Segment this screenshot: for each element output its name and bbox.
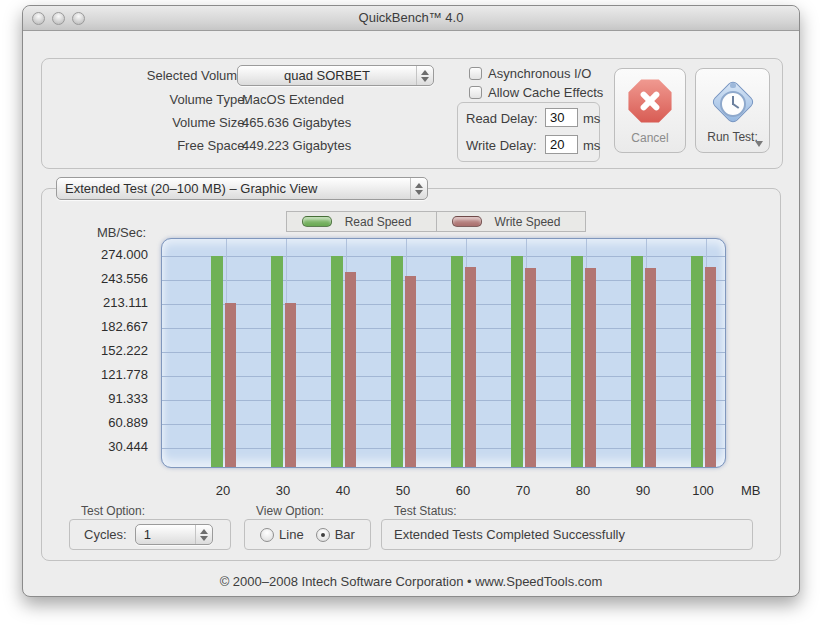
read-speed-bar-30	[271, 256, 283, 467]
volume-type-value: MacOS Extended	[242, 92, 344, 107]
write-speed-bar-100	[705, 267, 716, 467]
run-test-button[interactable]: Run Test:	[695, 68, 770, 153]
test-status-label: Test Status:	[394, 504, 457, 518]
legend-read-speed: Read Speed	[287, 212, 436, 231]
title-bar[interactable]: QuickBench™ 4.0	[23, 6, 799, 31]
write-speed-bar-70	[525, 268, 536, 467]
volume-size-value: 465.636 Gigabytes	[242, 115, 351, 130]
x-axis-unit: MB	[741, 483, 761, 498]
cycles-label: Cycles:	[84, 527, 127, 542]
x-tick-label: 70	[516, 483, 530, 498]
y-tick-label: 243.556	[101, 271, 148, 286]
selected-volume-label: Selected Volume:	[147, 68, 248, 83]
radio-icon	[316, 528, 330, 542]
y-tick-label: 121.778	[101, 367, 148, 382]
write-speed-bar-40	[345, 272, 356, 467]
window-title: QuickBench™ 4.0	[23, 10, 799, 25]
checkbox-icon	[469, 67, 482, 80]
read-delay-input[interactable]	[545, 108, 578, 127]
write-speed-bar-80	[585, 268, 596, 467]
write-speed-bar-20	[225, 303, 236, 467]
test-view-select-value: Extended Test (20–100 MB) – Graphic View	[57, 181, 410, 196]
test-option-label: Test Option:	[81, 504, 145, 518]
app-window: QuickBench™ 4.0 Selected Volume: quad SO…	[22, 5, 800, 597]
volume-select[interactable]: quad SORBET	[237, 65, 434, 86]
read-speed-bar-40	[331, 256, 343, 467]
read-speed-bar-20	[211, 256, 223, 467]
cycles-value: 1	[136, 527, 195, 542]
x-tick-label: 50	[396, 483, 410, 498]
radio-icon	[260, 528, 274, 542]
read-speed-bar-90	[631, 256, 643, 467]
cancel-button[interactable]: Cancel	[614, 68, 686, 153]
delay-box: Read Delay: ms Write Delay: ms	[457, 102, 600, 162]
test-status-box: Extended Tests Completed Successfully	[381, 519, 753, 550]
cycles-select[interactable]: 1	[135, 524, 213, 545]
cache-effects-checkbox[interactable]: Allow Cache Effects	[469, 85, 603, 100]
write-speed-bar-60	[465, 267, 476, 467]
legend-write-speed: Write Speed	[436, 212, 585, 231]
volume-select-value: quad SORBET	[238, 68, 416, 83]
y-tick-label: 274.000	[101, 247, 148, 262]
y-tick-label: 91.333	[108, 391, 148, 406]
read-speed-bar-80	[571, 256, 583, 467]
line-radio[interactable]: Line	[260, 527, 304, 542]
free-space-label: Free Space:	[177, 138, 248, 153]
y-tick-label: 30.444	[108, 439, 148, 454]
x-tick-label: 90	[636, 483, 650, 498]
y-tick-label: 152.222	[101, 343, 148, 358]
x-tick-label: 40	[336, 483, 350, 498]
test-option-box: Cycles: 1	[69, 519, 231, 550]
x-tick-label: 60	[456, 483, 470, 498]
write-delay-input[interactable]	[545, 135, 578, 154]
checkbox-icon	[469, 86, 482, 99]
read-speed-bar-100	[691, 256, 703, 467]
stepper-icon	[410, 178, 427, 199]
free-space-value: 449.223 Gigabytes	[242, 138, 351, 153]
x-axis-tick-labels: 2030405060708090100MB	[161, 483, 781, 501]
y-tick-label: 213.111	[103, 295, 148, 310]
read-delay-label: Read Delay:	[466, 111, 538, 126]
write-speed-bar-50	[405, 276, 416, 467]
volume-size-label: Volume Size:	[172, 115, 248, 130]
x-tick-label: 100	[692, 483, 714, 498]
y-tick-label: 182.667	[101, 319, 148, 334]
read-speed-bar-60	[451, 256, 463, 467]
y-tick-label: 60.889	[108, 415, 148, 430]
footer-text: © 2000–2008 Intech Software Corporation …	[23, 574, 799, 589]
volume-type-label: Volume Type:	[169, 92, 248, 107]
write-speed-swatch	[452, 216, 482, 227]
read-speed-swatch	[302, 216, 332, 227]
x-tick-label: 30	[276, 483, 290, 498]
chart-legend: Read Speed Write Speed	[286, 211, 586, 232]
stopwatch-icon	[710, 79, 756, 125]
stepper-icon	[195, 525, 212, 544]
x-tick-label: 80	[576, 483, 590, 498]
stepper-icon	[416, 66, 433, 85]
read-delay-unit: ms	[583, 111, 600, 126]
write-speed-bar-30	[285, 303, 296, 467]
stop-icon	[628, 79, 672, 123]
view-option-label: View Option:	[256, 504, 324, 518]
x-tick-label: 20	[216, 483, 230, 498]
write-speed-bar-90	[645, 268, 656, 467]
read-speed-bar-70	[511, 256, 523, 467]
write-delay-unit: ms	[583, 138, 600, 153]
view-option-box: Line Bar	[244, 519, 371, 550]
async-io-checkbox[interactable]: Asynchronous I/O	[469, 66, 591, 81]
test-view-select[interactable]: Extended Test (20–100 MB) – Graphic View	[56, 177, 428, 200]
disclosure-triangle-icon	[755, 141, 763, 147]
y-axis-tick-labels: 274.000243.556213.111182.667152.222121.7…	[53, 238, 148, 468]
write-delay-label: Write Delay:	[466, 138, 537, 153]
test-status-value: Extended Tests Completed Successfully	[394, 527, 625, 542]
bar-radio[interactable]: Bar	[316, 527, 355, 542]
read-speed-bar-50	[391, 256, 403, 467]
chart-plot	[161, 238, 726, 468]
